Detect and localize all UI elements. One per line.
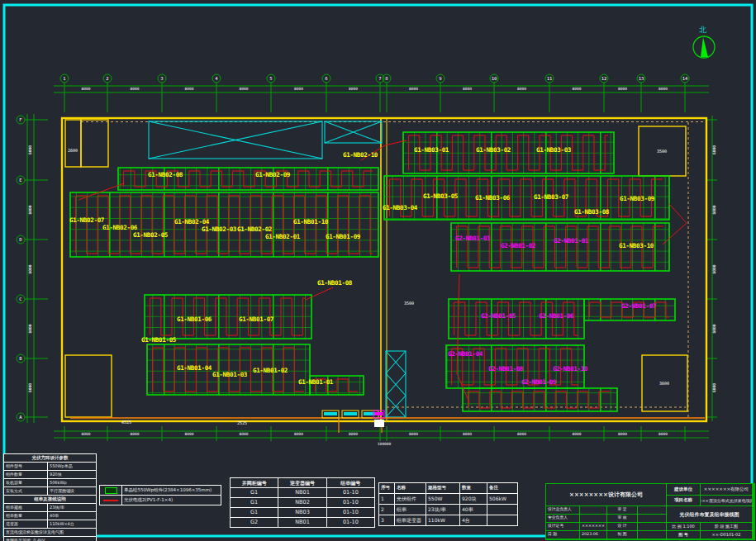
grid-bubble-number: 8 [385, 76, 388, 81]
pv-string-label: G1-NB01-06 [177, 316, 212, 323]
grid-bubble-letter: D [19, 237, 21, 242]
meter-box [374, 420, 384, 427]
pv-string-label: G2-NB01-04 [448, 350, 483, 358]
dimension-text: 8000 [409, 87, 418, 91]
titleblock-role-value [638, 531, 666, 539]
dimension-text: 8000 [618, 87, 627, 91]
material-table-header: 名称 [395, 483, 426, 493]
string-table-cell: NB02 [278, 498, 326, 507]
spec-section-title: 光伏方阵设计参数 [4, 454, 96, 462]
titleblock-role-label: 设计证号 [546, 523, 579, 530]
pv-string-label: G1-NB03-05 [423, 192, 458, 200]
grid-bubble-number: 1 [63, 76, 65, 81]
pv-string-label: G1-NB03-04 [383, 204, 418, 211]
material-table-cell: 组串逆变器 [395, 515, 426, 525]
dimension-text: 8000 [349, 87, 358, 91]
pv-module-icon [105, 487, 117, 494]
titleblock-role-value [638, 523, 666, 530]
pv-string-label: G2-NB01-09 [521, 378, 557, 386]
owner-label: 建设单位 [667, 484, 700, 495]
pv-cable-symbol [100, 496, 121, 505]
drawing-no-value: ××-D0101-02 [701, 531, 752, 539]
material-table-cell: 4台 [460, 515, 487, 525]
string-table-header: 组串编号 [327, 478, 374, 487]
spec-value: 23块/串 [48, 504, 96, 511]
pv-array-block [145, 295, 311, 339]
spec-note: 并网电压等级: 0.4kV [4, 537, 96, 541]
material-table-cell: 2 [379, 505, 394, 515]
titleblock-role-value [638, 506, 666, 514]
grid-bubble-number: 6 [325, 76, 327, 81]
material-table-cell: 光伏组件 [395, 494, 426, 504]
grid-bubble-letter: F [19, 117, 21, 122]
string-table-cell: G1 [231, 498, 278, 507]
spec-key: 装机容量 [4, 479, 47, 486]
dimension-text: 8000 [28, 205, 32, 214]
dimension-text: 8000 [517, 432, 526, 436]
room-dimension: 3500 [657, 149, 667, 154]
room-dimension: 4525 [121, 420, 131, 425]
legend-text: 单晶硅550Wp组件(2384×1096×35mm) [122, 486, 221, 495]
pv-string-label: G2-NB01-06 [539, 312, 574, 320]
pv-string-label: G1-NB01-08 [317, 279, 353, 287]
room-dimension: 2600 [68, 148, 78, 153]
string-table-cell: 01-10 [327, 518, 374, 527]
dimension-text: 8000 [82, 432, 91, 436]
project-label: 项目名称 [667, 496, 700, 505]
titleblock-role-label: 专业负责人 [546, 515, 579, 522]
pv-string-label: G1-NB01-03 [212, 371, 248, 378]
material-table-cell: 1 [379, 494, 394, 504]
spec-value: 920块 [48, 471, 96, 478]
material-table-header: 序号 [379, 483, 394, 493]
titleblock-role-value [580, 515, 606, 522]
spec-key: 组串规格 [4, 504, 47, 511]
spec-value: 40串 [48, 512, 96, 520]
spec-section-title: 组串及接线说明 [4, 496, 96, 503]
pv-string-label: G1-NB01-01 [298, 378, 334, 386]
material-table: 序号名称规格型号数量备注1光伏组件550W920块506kW2组串23块/串40… [378, 482, 518, 526]
pv-string-label: G1-NB02-02 [237, 225, 272, 233]
grid-bubble-number: 5 [269, 76, 272, 81]
material-table-cell: 110kW [426, 515, 459, 525]
pv-string-label: G1-NB02-07 [69, 216, 104, 224]
titleblock-role-label: 设 计 [607, 523, 637, 530]
pv-string-label: G1-NB01-07 [239, 316, 273, 323]
pv-string-label: G1-NB03-03 [536, 146, 572, 154]
dimension-text: 8000 [409, 432, 418, 436]
legend: 单晶硅550Wp组件(2384×1096×35mm)光伏电缆2(PV1-F-1×… [99, 485, 221, 505]
dimension-text: 8000 [28, 383, 32, 392]
spec-key: 组件数量 [4, 471, 47, 478]
dimension-text: 8000 [131, 87, 140, 91]
pv-string-label: G1-NB02-01 [265, 233, 301, 240]
grid-bubble-number: 14 [682, 76, 688, 81]
dimension-text: 8000 [294, 432, 303, 436]
room-dimension: 2525 [237, 420, 247, 425]
string-assignment-table: 并网柜编号逆变器编号组串编号G1NB0101-10G1NB0201-10G1NB… [230, 477, 375, 528]
material-table-header: 数量 [460, 483, 487, 493]
inverter-box-1-fill [324, 412, 337, 415]
spec-note: 直流电缆沿桥架敷设详见电气图 [4, 529, 96, 536]
cad-drawing-sheet[interactable]: 1234567891011121314800080008000800080008… [0, 0, 756, 541]
spec-key: 安装方式 [4, 487, 47, 495]
dimension-text: 8000 [618, 432, 627, 436]
material-table-header: 规格型号 [426, 483, 459, 493]
spec-key: 组串数量 [4, 512, 47, 520]
inverter-box-2-fill [344, 412, 357, 415]
material-table-cell: 550W [426, 494, 459, 504]
dimension-text: 8000 [659, 432, 668, 436]
dimension-text: 8000 [185, 432, 194, 436]
material-table-cell: 40串 [460, 505, 487, 515]
string-table-cell: G1 [231, 488, 278, 497]
grid-cabinet-fill [375, 412, 383, 415]
title-block: ××××××××设计有限公司建设单位×××××××有限公司项目名称×××屋顶分布… [545, 483, 755, 540]
string-table-header: 逆变器编号 [278, 478, 326, 487]
room-dimension: 3600 [659, 381, 669, 386]
grid-bubble-number: 13 [639, 76, 644, 81]
material-table-cell: 920块 [460, 494, 487, 504]
material-table-header: 备注 [487, 483, 517, 493]
pv-string-label: G2-NB01-03 [455, 235, 491, 242]
string-table-cell: NB01 [278, 488, 326, 497]
pv-string-label: G1-NB01-04 [177, 364, 212, 372]
pv-string-label: G1-NB03-01 [414, 146, 449, 154]
dimension-text: 8000 [185, 87, 194, 91]
